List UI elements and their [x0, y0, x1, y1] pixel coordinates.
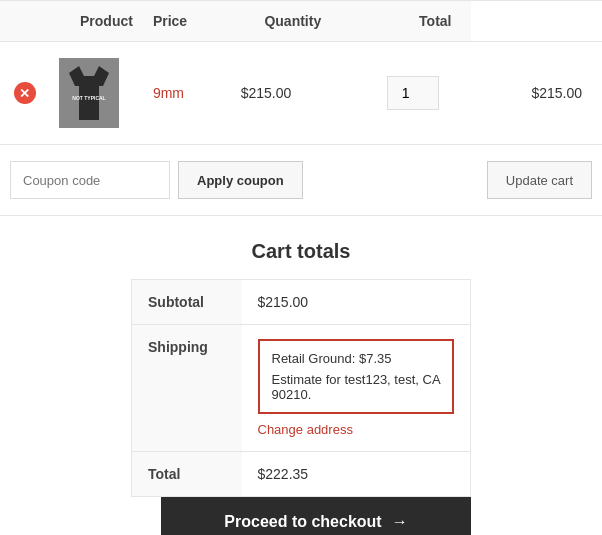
apply-coupon-button[interactable]: Apply coupon — [178, 161, 303, 199]
remove-cell: ✕ — [0, 42, 49, 145]
totals-table: Subtotal $215.00 Shipping Retail Ground:… — [131, 279, 471, 497]
coupon-row: Apply coupon Update cart — [0, 145, 602, 216]
coupon-input[interactable] — [10, 161, 170, 199]
product-name-cell: 9mm — [143, 42, 231, 145]
product-thumbnail-cell: NOT TYPICAL — [49, 42, 143, 145]
quantity-input[interactable] — [387, 76, 439, 110]
product-total: $215.00 — [531, 85, 582, 101]
product-name-link[interactable]: 9mm — [153, 85, 184, 101]
shipping-row: Shipping Retail Ground: $7.35 Estimate f… — [132, 325, 471, 452]
product-total-cell: $215.00 — [471, 42, 602, 145]
col-header-product: Product — [0, 1, 143, 42]
checkout-label: Proceed to checkout — [224, 513, 381, 531]
subtotal-value: $215.00 — [242, 280, 471, 325]
subtotal-row: Subtotal $215.00 — [132, 280, 471, 325]
total-label: Total — [132, 452, 242, 497]
shipping-estimate: Estimate for test123, test, CA 90210. — [272, 372, 441, 402]
coupon-left: Apply coupon — [10, 161, 303, 199]
col-header-price: Price — [143, 1, 231, 42]
checkout-row: Proceed to checkout → — [131, 497, 471, 535]
svg-text:NOT TYPICAL: NOT TYPICAL — [73, 95, 106, 101]
change-address-link[interactable]: Change address — [258, 422, 455, 437]
remove-button[interactable]: ✕ — [14, 82, 36, 104]
total-value: $222.35 — [242, 452, 471, 497]
product-price-cell: $215.00 — [231, 42, 355, 145]
table-row: ✕ NOT TYPICAL 9mm $215.00 — [0, 42, 602, 145]
product-svg: NOT TYPICAL — [59, 58, 119, 128]
product-image: NOT TYPICAL — [59, 58, 119, 128]
shipping-method: Retail Ground: $7.35 — [272, 351, 441, 366]
shipping-label: Shipping — [132, 325, 242, 452]
total-row: Total $222.35 — [132, 452, 471, 497]
update-cart-button[interactable]: Update cart — [487, 161, 592, 199]
cart-totals-title: Cart totals — [252, 240, 351, 263]
col-header-quantity: Quantity — [231, 1, 355, 42]
col-header-total: Total — [355, 1, 472, 42]
proceed-to-checkout-button[interactable]: Proceed to checkout → — [161, 497, 471, 535]
cart-totals-section: Cart totals Subtotal $215.00 Shipping Re… — [0, 216, 602, 535]
shipping-box: Retail Ground: $7.35 Estimate for test12… — [258, 339, 455, 414]
product-qty-cell — [355, 42, 472, 145]
shipping-value-cell: Retail Ground: $7.35 Estimate for test12… — [242, 325, 471, 452]
cart-table: Product Price Quantity Total ✕ NOT TYPIC… — [0, 0, 602, 145]
product-price: $215.00 — [241, 85, 292, 101]
checkout-arrow: → — [392, 513, 408, 531]
subtotal-label: Subtotal — [132, 280, 242, 325]
